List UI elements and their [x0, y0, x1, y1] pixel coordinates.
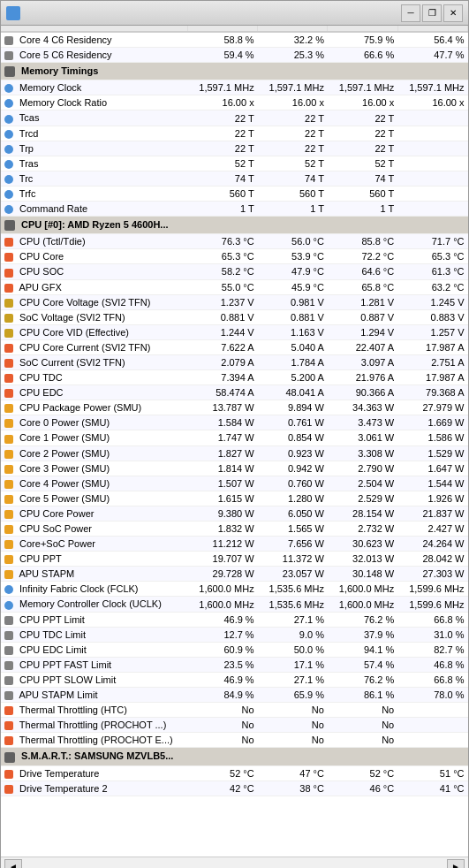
sensor-maximum: 2.504 W	[328, 476, 397, 491]
sensor-current: 29.728 W	[187, 567, 257, 582]
sensor-current: 74 T	[187, 171, 257, 186]
sensor-name: CPU PPT	[1, 552, 187, 567]
table-row: Trfc 560 T 560 T 560 T	[1, 186, 468, 201]
table-row: Thermal Throttling (PROCHOT E...) No No …	[1, 733, 468, 748]
sensor-name: CPU Core Current (SVI2 TFN)	[1, 339, 187, 354]
sensor-current: 1.244 V	[187, 324, 257, 339]
sensor-name: CPU (Tctl/Tdie)	[1, 234, 187, 249]
table-row: Core+SoC Power 11.212 W 7.656 W 30.623 W…	[1, 537, 468, 552]
title-bar: ─ ❐ ✕	[1, 1, 468, 26]
sensor-minimum: 16.00 x	[258, 95, 328, 110]
sensor-name: Command Rate	[1, 202, 187, 217]
sensor-maximum: 3.097 A	[328, 354, 397, 369]
table-row: Core 5 Power (SMU) 1.615 W 1.280 W 2.529…	[1, 491, 468, 506]
table-row: Core 3 Power (SMU) 1.814 W 0.942 W 2.790…	[1, 461, 468, 476]
sensor-average: 56.4 %	[397, 32, 467, 48]
sensor-current: 22 T	[187, 141, 257, 156]
sensor-maximum: 72.2 °C	[328, 249, 397, 264]
table-row: Thermal Throttling (PROCHOT ...) No No N…	[1, 718, 468, 733]
sensor-maximum: 2.529 W	[328, 491, 397, 506]
sensor-maximum: 22 T	[328, 126, 397, 141]
sensor-minimum: 22 T	[258, 110, 328, 126]
sensor-table: Core 4 C6 Residency 58.8 % 32.2 % 75.9 %…	[1, 26, 468, 796]
sensor-maximum: 76.2 %	[328, 612, 397, 627]
sensor-current: 1,600.0 MHz	[187, 597, 257, 612]
close-button[interactable]: ✕	[443, 4, 463, 22]
sensor-current: 58.2 °C	[187, 264, 257, 279]
sensor-average: 17.987 A	[397, 339, 467, 354]
sensor-maximum: 1,600.0 MHz	[328, 597, 397, 612]
sensor-minimum: 22 T	[258, 126, 328, 141]
sensor-current: 0.881 V	[187, 309, 257, 324]
sensor-minimum: 1.163 V	[258, 324, 328, 339]
sensor-maximum: 74 T	[328, 171, 397, 186]
table-row: Core 2 Power (SMU) 1.827 W 0.923 W 3.308…	[1, 445, 468, 461]
sensor-maximum: 66.6 %	[328, 48, 397, 63]
sensor-minimum: 11.372 W	[258, 552, 328, 567]
sensor-minimum: 1,535.6 MHz	[258, 582, 328, 597]
sensor-minimum: 48.041 A	[258, 385, 328, 400]
table-row: Thermal Throttling (HTC) No No No	[1, 703, 468, 718]
table-row: Drive Temperature 52 °C 47 °C 52 °C 51 °…	[1, 765, 468, 780]
section-header-row: CPU [#0]: AMD Ryzen 5 4600H...	[1, 217, 468, 234]
sensor-average: 1.586 W	[397, 430, 467, 445]
sensor-average: 28.042 W	[397, 552, 467, 567]
sensor-average	[397, 126, 467, 141]
sensor-current: 84.9 %	[187, 688, 257, 703]
sensor-maximum: 22.407 A	[328, 339, 397, 354]
section-label: S.M.A.R.T.: SAMSUNG MZVLB5...	[1, 748, 468, 765]
sensor-maximum: 28.154 W	[328, 506, 397, 521]
table-row: Tras 52 T 52 T 52 T	[1, 156, 468, 171]
table-row: Memory Clock Ratio 16.00 x 16.00 x 16.00…	[1, 95, 468, 110]
table-row: Tcas 22 T 22 T 22 T	[1, 110, 468, 126]
sensor-minimum: 27.1 %	[258, 672, 328, 687]
minimize-button[interactable]: ─	[401, 4, 420, 22]
sensor-current: 55.0 °C	[187, 279, 257, 294]
sensor-current: 1.827 W	[187, 445, 257, 461]
sensor-minimum: 0.760 W	[258, 476, 328, 491]
restore-button[interactable]: ❐	[422, 4, 442, 22]
sensor-name: CPU Core	[1, 249, 187, 264]
scroll-right-button[interactable]: ►	[447, 859, 465, 868]
sensor-average: 1,597.1 MHz	[397, 80, 467, 95]
scroll-left-button[interactable]: ◄	[4, 859, 22, 868]
table-row: CPU SoC Power 1.832 W 1.565 W 2.732 W 2.…	[1, 522, 468, 537]
sensor-name: Memory Controller Clock (UCLK)	[1, 597, 187, 612]
sensor-average	[397, 171, 467, 186]
sensor-current: 1.237 V	[187, 294, 257, 309]
sensor-name: APU STAPM	[1, 567, 187, 582]
table-row: Core 1 Power (SMU) 1.747 W 0.854 W 3.061…	[1, 430, 468, 445]
sensor-maximum: No	[328, 733, 397, 748]
sensor-name: CPU PPT Limit	[1, 612, 187, 627]
sensor-average: 82.7 %	[397, 642, 467, 657]
sensor-minimum: 32.2 %	[258, 32, 328, 48]
sensor-current: 46.9 %	[187, 612, 257, 627]
section-label: Memory Timings	[1, 63, 468, 80]
sensor-maximum: 1.294 V	[328, 324, 397, 339]
table-row: Trp 22 T 22 T 22 T	[1, 141, 468, 156]
sensor-name: CPU SOC	[1, 264, 187, 279]
sensor-average: 1.669 W	[397, 415, 467, 430]
sensor-maximum: 22 T	[328, 110, 397, 126]
sensor-minimum: 1.280 W	[258, 491, 328, 506]
sensor-current: 1.832 W	[187, 522, 257, 537]
sensor-name: Tcas	[1, 110, 187, 126]
sensor-name: CPU PPT FAST Limit	[1, 657, 187, 672]
sensor-name: CPU Core VID (Effective)	[1, 324, 187, 339]
sensor-average: 1,599.6 MHz	[397, 597, 467, 612]
sensor-current: No	[187, 703, 257, 718]
table-row: APU GFX 55.0 °C 45.9 °C 65.8 °C 63.2 °C	[1, 279, 468, 294]
sensor-table-container[interactable]: Core 4 C6 Residency 58.8 % 32.2 % 75.9 %…	[1, 26, 468, 857]
table-header-row	[1, 26, 468, 32]
sensor-name: Core 4 C6 Residency	[1, 32, 187, 48]
sensor-minimum: 1,597.1 MHz	[258, 80, 328, 95]
sensor-average: 66.8 %	[397, 612, 467, 627]
sensor-minimum: 56.0 °C	[258, 234, 328, 249]
title-bar-left	[6, 6, 26, 20]
sensor-maximum: 3.308 W	[328, 445, 397, 461]
sensor-name: CPU Package Power (SMU)	[1, 400, 187, 415]
sensor-average: 63.2 °C	[397, 279, 467, 294]
sensor-maximum: 76.2 %	[328, 672, 397, 687]
sensor-minimum: 1.565 W	[258, 522, 328, 537]
table-row: Trcd 22 T 22 T 22 T	[1, 126, 468, 141]
